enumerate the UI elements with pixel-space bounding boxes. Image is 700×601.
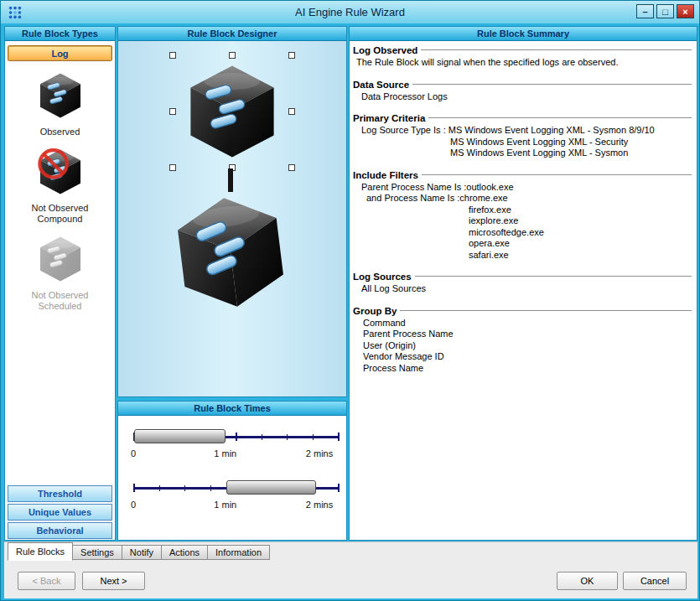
tab-notify[interactable]: Notify — [122, 545, 162, 560]
slider-label: 2 mins — [306, 500, 333, 510]
tab-settings[interactable]: Settings — [72, 545, 122, 560]
summary-section-title: Log Observed — [353, 45, 417, 55]
summary-body: Log ObservedThe Rule Block will signal w… — [350, 41, 697, 540]
cube-block-icon — [180, 60, 284, 163]
summary-line: and Process Name Is :chrome.exe — [353, 193, 692, 205]
window-title: AI Engine Rule Wizard — [1, 6, 699, 18]
slider-tick — [338, 433, 340, 441]
slider-tick — [338, 484, 340, 492]
slider-label: 1 min — [214, 448, 236, 459]
section-divider-line — [422, 174, 692, 176]
section-divider-line — [428, 117, 692, 119]
summary-line: safari.exe — [353, 250, 692, 262]
cube-observed-icon — [34, 70, 86, 121]
selection-handle-ml[interactable] — [169, 108, 176, 115]
rule-block-designer-panel: Rule Block Designer — [117, 26, 347, 397]
slider-label: 2 mins — [306, 448, 333, 459]
summary-section-title: Group By — [353, 306, 397, 316]
section-divider-line — [421, 49, 692, 51]
summary-section-data-source: Data SourceData Processor Logs — [353, 80, 692, 103]
slider-track[interactable] — [133, 427, 338, 446]
close-button[interactable]: × — [677, 4, 694, 18]
slider-tick — [287, 434, 288, 440]
summary-line: firefox.exe — [353, 205, 692, 216]
summary-line: Parent Process Name — [353, 329, 692, 340]
summary-section-primary-criteria: Primary CriteriaLog Source Type Is : MS … — [353, 113, 692, 159]
summary-section-include-filters: Include FiltersParent Process Name Is :o… — [353, 170, 692, 262]
rule-block-type-not-observed-compound[interactable]: Not Observed Compound — [13, 147, 107, 225]
cube-not-observed-icon — [34, 147, 86, 197]
rule-block-times-header: Rule Block Times — [118, 402, 346, 416]
selection-handle-bl[interactable] — [169, 164, 176, 171]
rule-block-summary-panel: Rule Block Summary Log ObservedThe Rule … — [349, 26, 697, 541]
slider-tick — [159, 485, 160, 491]
slider-labels: 01 min2 mins — [133, 500, 338, 513]
title-bar: AI Engine Rule Wizard – □ × — [1, 1, 699, 23]
slider-tick — [236, 433, 237, 441]
time-slider-1: 01 min2 mins — [133, 427, 338, 462]
summary-line: Data Processor Logs — [353, 91, 692, 103]
selection-handle-br[interactable] — [288, 164, 295, 171]
cancel-button[interactable]: Cancel — [623, 572, 687, 590]
summary-line: Parent Process Name Is :outlook.exe — [353, 182, 692, 194]
rule-block-summary-header: Rule Block Summary — [350, 27, 697, 41]
category-button-threshold[interactable]: Threshold — [8, 485, 112, 502]
summary-line: Process Name — [353, 363, 692, 375]
selection-handle-tm[interactable] — [229, 52, 236, 59]
maximize-button[interactable]: □ — [656, 4, 674, 18]
bottom-strip: Rule BlocksSettingsNotifyActionsInformat… — [4, 541, 697, 598]
log-category-button[interactable]: Log — [8, 45, 112, 61]
time-slider-2: 01 min2 mins — [133, 479, 338, 513]
rule-block-types-header: Rule Block Types — [5, 27, 115, 41]
slider-label: 0 — [131, 448, 136, 459]
summary-line: microsoftedge.exe — [353, 227, 692, 239]
slider-tick — [210, 485, 211, 491]
rule-block-types-body: Log ObservedNot Observed CompoundNot Obs… — [5, 41, 115, 540]
summary-section-title: Primary Criteria — [353, 113, 425, 123]
rule-block-node-1[interactable] — [172, 54, 293, 168]
summary-section-title: Include Filters — [353, 170, 418, 180]
slider-tick — [184, 485, 185, 491]
summary-section-title: Log Sources — [353, 272, 412, 282]
window-controls: – □ × — [636, 4, 694, 18]
summary-line: opera.exe — [353, 238, 692, 250]
rule-block-type-observed[interactable]: Observed — [13, 70, 107, 137]
summary-line: Log Source Type Is : MS Windows Event Lo… — [353, 125, 692, 137]
back-button[interactable]: < Back — [18, 572, 75, 590]
tab-actions[interactable]: Actions — [161, 545, 208, 560]
category-button-unique-values[interactable]: Unique Values — [8, 504, 112, 521]
slider-label: 0 — [131, 500, 136, 510]
rule-block-type-label: Observed — [13, 127, 107, 137]
summary-line: User (Origin) — [353, 340, 692, 352]
tab-rule-blocks[interactable]: Rule Blocks — [8, 542, 73, 561]
selection-handle-mr[interactable] — [288, 108, 295, 115]
rule-block-times-body: 01 min2 mins01 min2 mins — [118, 416, 346, 540]
rule-block-type-not-observed-scheduled[interactable]: Not Observed Scheduled — [13, 234, 107, 312]
section-divider-line — [415, 276, 692, 277]
cube-scheduled-icon — [34, 234, 86, 284]
summary-line: All Log Sources — [353, 283, 692, 295]
summary-section-group-by: Group ByCommandParent Process NameUser (… — [353, 306, 692, 375]
category-button-behavioral[interactable]: Behavioral — [8, 522, 112, 539]
selection-handle-tr[interactable] — [288, 52, 295, 59]
summary-line: iexplore.exe — [353, 215, 692, 227]
cube-block-icon — [160, 183, 302, 321]
minimize-button[interactable]: – — [636, 4, 654, 18]
rule-block-node-2[interactable] — [167, 190, 294, 314]
summary-section-title: Data Source — [353, 80, 409, 90]
slider-label: 1 min — [214, 500, 236, 510]
designer-canvas[interactable] — [118, 41, 346, 396]
slider-track[interactable] — [133, 479, 338, 497]
slider-thumb[interactable] — [134, 429, 226, 443]
category-buttons: ThresholdUnique ValuesBehavioral — [8, 485, 112, 539]
block-connector — [228, 168, 233, 192]
selection-handle-tl[interactable] — [169, 52, 176, 59]
rule-block-type-list: ObservedNot Observed CompoundNot Observe… — [13, 61, 107, 312]
ai-engine-rule-wizard-window: AI Engine Rule Wizard – □ × Rule Block T… — [0, 0, 700, 601]
slider-thumb[interactable] — [226, 480, 316, 495]
summary-line: Vendor Message ID — [353, 351, 692, 363]
ok-button[interactable]: OK — [557, 572, 618, 590]
summary-line: MS Windows Event Logging XML - Security — [353, 137, 692, 148]
next-button[interactable]: Next > — [82, 572, 145, 590]
tab-information[interactable]: Information — [207, 545, 270, 560]
